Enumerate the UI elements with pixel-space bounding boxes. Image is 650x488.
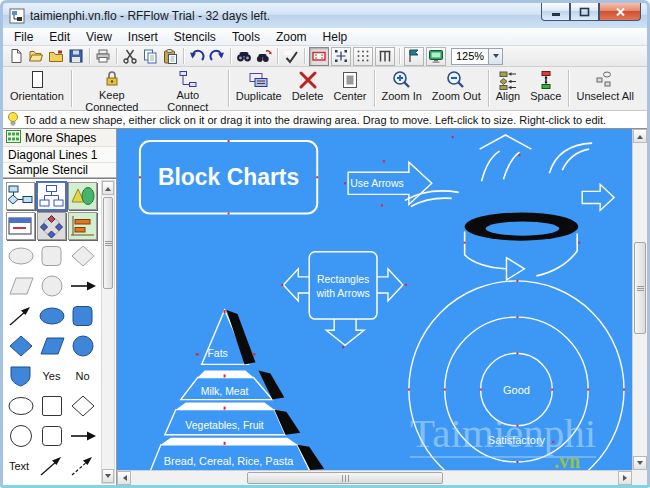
vertical-scrollbar[interactable] [632, 129, 647, 470]
menu-file[interactable]: File [6, 29, 41, 45]
palette-scrollbar[interactable] [101, 180, 115, 484]
minimize-button[interactable] [541, 3, 570, 21]
close-file-icon[interactable] [46, 47, 66, 66]
shape-blue-shield[interactable] [5, 361, 36, 391]
stencil-item-sample-stencil[interactable]: Sample Stencil [3, 162, 116, 178]
auto-connect-button[interactable]: Auto Connect [150, 67, 226, 110]
svg-text:Use Arrows: Use Arrows [350, 177, 403, 189]
paste-icon[interactable] [160, 47, 180, 66]
menu-tools[interactable]: Tools [224, 29, 268, 45]
scroll-left-button[interactable] [117, 471, 131, 485]
shape-blue-rounded-square[interactable] [67, 301, 98, 331]
shape-yes-label[interactable]: Yes [36, 361, 67, 391]
drawing-area-icon[interactable] [309, 47, 329, 66]
shape-blue-diamond[interactable] [5, 331, 36, 361]
more-shapes-button[interactable]: More Shapes [3, 129, 116, 146]
swoosh-arrow-shape[interactable] [549, 143, 592, 173]
shape-arrow-diagonal-solid[interactable] [36, 451, 67, 481]
new-file-icon[interactable] [6, 47, 26, 66]
rotation-ring-shape[interactable] [465, 212, 579, 279]
shape-blue-ellipse[interactable] [36, 301, 67, 331]
menu-zoom[interactable]: Zoom [268, 29, 315, 45]
zoom-out-button[interactable]: Zoom Out [427, 67, 486, 110]
stencil-button-diamond-cycle[interactable] [37, 212, 66, 240]
find-icon[interactable] [234, 47, 254, 66]
maximize-button[interactable] [570, 3, 599, 21]
shape-outline-square2[interactable] [36, 421, 67, 451]
right-arrow-shape[interactable] [582, 184, 614, 210]
block-charts-shape[interactable]: Block Charts [140, 141, 317, 213]
shape-gray-diamond[interactable] [67, 241, 98, 271]
menu-help[interactable]: Help [315, 29, 356, 45]
shape-gray-rounded-square[interactable] [36, 241, 67, 271]
shape-outline-ellipse[interactable] [5, 391, 36, 421]
scroll-right-button[interactable] [618, 471, 632, 485]
orientation-button[interactable]: Orientation [5, 67, 69, 110]
space-button[interactable]: Space [525, 67, 566, 110]
shape-outline-square[interactable] [36, 391, 67, 421]
zoom-in-button[interactable]: Zoom In [377, 67, 427, 110]
spell-check-icon[interactable]: ab [281, 47, 301, 66]
shape-text-label[interactable]: Text [5, 451, 36, 481]
vertical-scroll-thumb[interactable] [634, 242, 646, 334]
use-arrows-shape[interactable]: Use Arrows [348, 162, 432, 204]
undo-icon[interactable] [187, 47, 207, 66]
horizontal-scrollbar[interactable] [117, 470, 632, 485]
find-next-icon[interactable] [254, 47, 274, 66]
palette-scroll-down[interactable] [102, 469, 114, 483]
pyramid-chart[interactable]: Fats Milk, Meat Vegetables, Fruit [150, 310, 324, 470]
shape-no-label[interactable]: No [67, 361, 98, 391]
copy-icon[interactable] [140, 47, 160, 66]
stencil-button-shapes[interactable] [68, 182, 97, 210]
ruler-lines-icon[interactable] [375, 47, 395, 66]
shape-blue-parallelogram[interactable] [36, 331, 67, 361]
stencil-button-window[interactable] [6, 212, 35, 240]
grid-dots-icon[interactable] [353, 47, 373, 66]
stencil-button-gantt[interactable] [68, 212, 97, 240]
open-file-icon[interactable] [26, 47, 46, 66]
scroll-down-button[interactable] [633, 456, 647, 470]
stencil-button-flowchart[interactable] [6, 182, 35, 210]
unselect-all-button[interactable]: Unselect All [571, 67, 638, 110]
align-button[interactable]: Align [491, 67, 525, 110]
horizontal-scroll-thumb[interactable] [247, 472, 443, 484]
keep-connected-button[interactable]: Keep Connected [74, 67, 150, 110]
menu-view[interactable]: View [78, 29, 120, 45]
stencil-button-org-chart[interactable] [36, 181, 67, 211]
shape-gray-ellipse[interactable] [5, 241, 36, 271]
snap-to-grid-icon[interactable] [331, 47, 351, 66]
zoom-combo[interactable]: 125% [451, 48, 503, 65]
cut-icon[interactable] [120, 47, 140, 66]
shape-blue-circle[interactable] [67, 331, 98, 361]
redo-icon[interactable] [207, 47, 227, 66]
menu-insert[interactable]: Insert [120, 29, 166, 45]
menu-edit[interactable]: Edit [41, 29, 78, 45]
shape-arrow-right2[interactable] [67, 421, 98, 451]
duplicate-button[interactable]: Duplicate [231, 67, 287, 110]
monitor-icon[interactable] [426, 47, 446, 66]
scroll-up-button[interactable] [633, 129, 647, 143]
svg-text:ab: ab [284, 49, 292, 56]
combo-dropdown-icon[interactable] [488, 49, 502, 64]
curved-up-arrow-shape[interactable] [480, 135, 532, 181]
shape-arrow-right[interactable] [67, 271, 98, 301]
close-button[interactable] [599, 3, 641, 21]
print-icon[interactable] [93, 47, 113, 66]
shape-gray-circle[interactable] [36, 271, 67, 301]
center-button[interactable]: Center [328, 67, 371, 110]
flag-icon[interactable] [404, 47, 424, 66]
shape-outline-circle[interactable] [5, 421, 36, 451]
shape-gray-parallelogram[interactable] [5, 271, 36, 301]
palette-scroll-up[interactable] [102, 181, 114, 195]
small-swoosh-shape[interactable] [405, 191, 459, 206]
delete-button[interactable]: Delete [287, 67, 329, 110]
shape-outline-diamond[interactable] [67, 391, 98, 421]
save-icon[interactable] [66, 47, 86, 66]
drawing-canvas[interactable]: Block Charts Use Arrows [117, 129, 632, 470]
shape-arrow-diagonal[interactable] [5, 301, 36, 331]
menu-stencils[interactable]: Stencils [166, 29, 224, 45]
palette-scroll-thumb[interactable] [103, 197, 113, 289]
shape-arrow-diagonal-dashed[interactable] [67, 451, 98, 481]
rectangles-with-arrows-shape[interactable]: Rectangles with Arrows [283, 252, 403, 346]
stencil-item-diagonal-lines[interactable]: Diagonal Lines 1 [3, 146, 116, 162]
